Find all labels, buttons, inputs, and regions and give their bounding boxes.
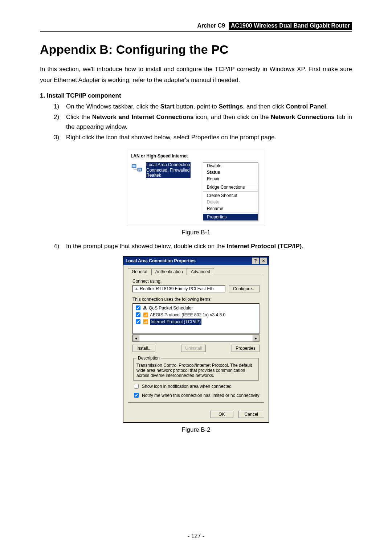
step-1: 1) On the Windows taskbar, click the Sta…: [54, 102, 352, 111]
notify-label: Notify me when this connection has limit…: [142, 393, 260, 398]
svg-rect-1: [132, 165, 136, 167]
menu-properties[interactable]: Properties: [203, 214, 258, 220]
product-name: AC1900 Wireless Dual Band Gigabit Router: [229, 22, 352, 30]
step-4: 4) In the prompt page that showed below,…: [54, 241, 352, 251]
connection-name-block[interactable]: Local Area Connection Connected, Firewal…: [146, 162, 191, 178]
dialog-titlebar[interactable]: Local Area Connection Properties ? ×: [123, 257, 269, 265]
menu-status[interactable]: Status: [203, 169, 258, 176]
menu-separator: [203, 191, 258, 192]
uninstall-button: Uninstall: [181, 345, 206, 352]
section-heading: 1. Install TCP/IP component: [40, 92, 352, 99]
menu-separator: [203, 183, 258, 183]
uses-items-label: This connection uses the following items…: [132, 297, 260, 302]
intro-text: In this section, we'll introduce how to …: [40, 64, 352, 86]
dialog-title: Local Area Connection Properties: [126, 258, 196, 263]
menu-create-shortcut[interactable]: Create Shortcut: [203, 192, 258, 199]
close-button[interactable]: ×: [260, 258, 267, 264]
step-number: 1): [54, 102, 59, 111]
description-legend: Description: [136, 356, 161, 361]
list-item[interactable]: 📶AEGIS Protocol (IEEE 802.1x) v3.4.3.0: [134, 311, 258, 318]
step-2: 2) Click the Network and Internet Connec…: [54, 112, 352, 132]
page-header: Archer C9 AC1900 Wireless Dual Band Giga…: [40, 22, 352, 32]
configure-button[interactable]: Configure...: [229, 285, 260, 292]
menu-separator: [203, 213, 258, 213]
tabs: General Authentication Advanced: [128, 268, 264, 275]
connection-adapter: Realtek: [146, 173, 190, 178]
connection-status: Connected, Firewalled: [146, 168, 190, 173]
qos-icon: 🖧: [143, 305, 147, 311]
show-icon-checkbox[interactable]: [134, 384, 139, 389]
scroll-right-icon[interactable]: ►: [253, 335, 259, 341]
adapter-name: Realtek RTL8139 Family PCI Fast Eth: [140, 286, 213, 291]
list-item[interactable]: 📶Internet Protocol (TCP/IP): [134, 318, 258, 325]
description-text: Transmission Control Protocol/Internet P…: [136, 363, 256, 378]
step-number: 2): [54, 112, 59, 122]
horizontal-scrollbar[interactable]: ◄ ►: [132, 335, 260, 342]
group-label: LAN or High-Speed Internet: [131, 153, 261, 159]
scroll-left-icon[interactable]: ◄: [133, 335, 139, 341]
step-number: 3): [54, 132, 59, 142]
cancel-button[interactable]: Cancel: [238, 411, 264, 418]
item-checkbox[interactable]: [136, 305, 140, 310]
item-checkbox[interactable]: [136, 319, 140, 324]
figure-b2-caption: Figure B-2: [40, 426, 352, 434]
description-group: Description Transmission Control Protoco…: [133, 356, 259, 381]
network-connection-icon[interactable]: [131, 162, 143, 175]
figure-b2-dialog: Local Area Connection Properties ? × Gen…: [123, 256, 269, 423]
connection-name: Local Area Connection: [146, 162, 190, 167]
adapter-card-icon: 🖧: [134, 286, 139, 291]
section-title: Install TCP/IP component: [47, 92, 121, 99]
tab-authentication[interactable]: Authentication: [151, 268, 187, 275]
menu-bridge[interactable]: Bridge Connections: [203, 184, 258, 190]
help-button[interactable]: ?: [252, 258, 259, 264]
menu-disable[interactable]: Disable: [203, 163, 258, 169]
connect-using-label: Connect using:: [132, 279, 260, 284]
context-menu: Disable Status Repair Bridge Connections…: [203, 162, 258, 221]
item-tcpip: Internet Protocol (TCP/IP): [150, 319, 201, 325]
ok-button[interactable]: OK: [210, 411, 233, 418]
step-number: 4): [54, 241, 59, 251]
items-listbox[interactable]: 🖧QoS Packet Scheduler 📶AEGIS Protocol (I…: [132, 303, 260, 334]
item-checkbox[interactable]: [136, 312, 140, 317]
properties-button[interactable]: Properties: [232, 345, 260, 352]
tab-general[interactable]: General: [128, 268, 151, 275]
show-icon-label: Show icon in notification area when conn…: [142, 384, 232, 389]
notify-checkbox[interactable]: [134, 393, 139, 398]
tab-advanced[interactable]: Advanced: [187, 268, 214, 275]
list-item[interactable]: 🖧QoS Packet Scheduler: [134, 304, 258, 311]
page-number: - 127 -: [0, 533, 392, 539]
protocol-icon: 📶: [143, 319, 148, 325]
figure-b1-caption: Figure B-1: [40, 229, 352, 236]
menu-delete: Delete: [203, 199, 258, 205]
install-button[interactable]: Install...: [132, 345, 155, 352]
model-name: Archer C9: [197, 22, 225, 29]
figure-b1: LAN or High-Speed Internet Local Area Co…: [126, 149, 266, 225]
menu-rename[interactable]: Rename: [203, 205, 258, 212]
protocol-icon: 📶: [143, 312, 148, 318]
menu-repair[interactable]: Repair: [203, 176, 258, 182]
adapter-name-box: 🖧 Realtek RTL8139 Family PCI Fast Eth: [132, 285, 225, 292]
section-number: 1.: [40, 92, 45, 99]
page-title: Appendix B: Configuring the PC: [40, 42, 352, 57]
step-3: 3) Right click the icon that showed belo…: [54, 132, 352, 142]
